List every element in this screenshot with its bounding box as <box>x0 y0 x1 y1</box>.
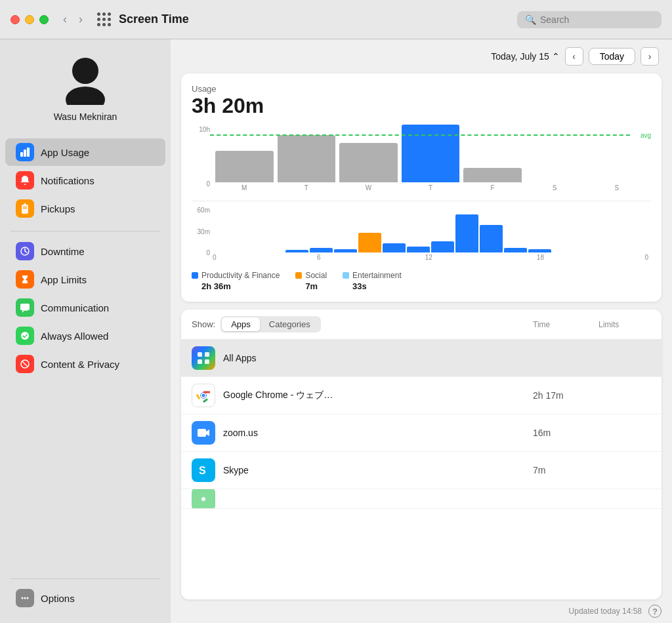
svg-point-11 <box>21 332 29 340</box>
chart-card: Usage 3h 20m 10h 0 avg M <box>181 73 662 302</box>
status-bar: Updated today 14:58 ? <box>171 599 672 623</box>
svg-line-13 <box>22 361 28 367</box>
chart-y-min: 0 <box>192 180 210 188</box>
sidebar-item-downtime[interactable]: Downtime <box>5 237 165 265</box>
app-row-chrome[interactable]: Google Chrome - ウェブ… 2h 17m <box>181 377 662 414</box>
svg-rect-5 <box>22 205 28 214</box>
hourglass-icon <box>16 270 34 289</box>
forward-button[interactable]: › <box>75 11 87 28</box>
titlebar: ‹ › Screen Time 🔍 <box>0 0 672 39</box>
avatar <box>59 52 112 105</box>
sidebar-item-always-allowed[interactable]: Always Allowed <box>5 322 165 350</box>
col-header-limits: Limits <box>598 320 651 329</box>
app-time-skype: 7m <box>533 465 598 475</box>
status-text: Updated today 14:58 <box>569 607 642 616</box>
bar-W: W <box>339 143 398 191</box>
sidebar-item-content-privacy[interactable]: Content & Privacy <box>5 350 165 378</box>
apps-grid-icon[interactable] <box>97 12 111 26</box>
svg-rect-17 <box>198 352 202 357</box>
svg-point-15 <box>24 597 26 599</box>
svg-rect-3 <box>24 150 26 157</box>
svg-rect-10 <box>20 304 30 310</box>
svg-text:S: S <box>199 465 206 476</box>
close-button[interactable] <box>10 15 20 24</box>
hourly-y-60: 60m <box>192 207 210 214</box>
chart-icon <box>16 143 34 161</box>
svg-rect-19 <box>198 359 202 364</box>
date-bar: Today, July 15 ⌃ ‹ Today › <box>171 39 672 73</box>
downtime-icon <box>16 242 34 260</box>
sidebar-item-label: Communication <box>41 302 109 313</box>
next-date-button[interactable]: › <box>640 47 659 66</box>
weekly-chart: avg M T W <box>210 126 651 198</box>
avg-label: avg <box>640 132 651 139</box>
sidebar-item-app-limits[interactable]: App Limits <box>5 266 165 293</box>
date-label: Today, July 15 ⌃ <box>491 51 559 62</box>
user-name: Wasu Mekniran <box>54 111 117 122</box>
sidebar-item-app-usage[interactable]: App Usage <box>5 138 165 166</box>
col-header-time: Time <box>533 320 598 329</box>
options-icon <box>16 589 34 607</box>
app-row-all-apps[interactable]: All Apps <box>181 340 662 377</box>
svg-point-8 <box>24 203 26 205</box>
svg-point-24 <box>202 394 205 397</box>
svg-rect-25 <box>198 429 206 437</box>
maximize-button[interactable] <box>39 15 49 24</box>
hourly-y-30: 30m <box>192 228 210 235</box>
sidebar-item-label: Notifications <box>41 175 94 186</box>
app-time-chrome: 2h 17m <box>533 390 598 401</box>
sidebar-item-communication[interactable]: Communication <box>5 294 165 321</box>
today-button[interactable]: Today <box>589 48 635 65</box>
hourly-y-0: 0 <box>192 249 210 256</box>
skype-icon: S <box>192 458 215 482</box>
app-list-card: Show: Apps Categories Time Limits <box>181 310 662 599</box>
bar-S1: S <box>526 182 584 191</box>
minimize-button[interactable] <box>25 15 34 24</box>
app-row-skype[interactable]: S Skype 7m <box>181 452 662 489</box>
bar-S2: S <box>587 182 646 191</box>
bar-F: F <box>463 168 522 191</box>
avatar-section: Wasu Mekniran <box>0 52 171 122</box>
sidebar-group-1: App Usage Notifications Pickups <box>0 138 171 223</box>
hourly-chart: 0 6 12 18 0 <box>210 207 651 266</box>
search-box[interactable]: 🔍 <box>517 11 662 28</box>
app-row-more[interactable] <box>181 489 662 509</box>
tab-apps[interactable]: Apps <box>222 317 260 331</box>
main-layout: Wasu Mekniran App Usage Notifications Pi… <box>0 39 672 623</box>
pickup-icon <box>16 199 34 218</box>
traffic-lights <box>10 15 49 24</box>
show-bar: Show: Apps Categories Time Limits <box>181 310 662 340</box>
sidebar-item-label: Options <box>41 593 75 604</box>
app-row-zoom[interactable]: zoom.us 16m <box>181 414 662 452</box>
bar-T1: T <box>278 135 336 191</box>
help-button[interactable]: ? <box>648 605 662 618</box>
back-button[interactable]: ‹ <box>59 11 71 28</box>
show-tabs: Apps Categories <box>220 316 321 332</box>
prev-date-button[interactable]: ‹ <box>565 47 583 66</box>
app-time-zoom: 16m <box>533 428 598 438</box>
tab-categories[interactable]: Categories <box>260 317 320 331</box>
svg-point-16 <box>27 597 29 599</box>
message-icon <box>16 298 34 317</box>
app-name-zoom: zoom.us <box>223 428 533 438</box>
sidebar-item-options[interactable]: Options <box>5 584 165 612</box>
search-icon: 🔍 <box>525 14 536 25</box>
search-input[interactable] <box>540 14 654 25</box>
svg-point-14 <box>22 597 24 599</box>
svg-marker-26 <box>206 430 209 436</box>
sidebar-item-label: Pickups <box>41 203 75 214</box>
sidebar-divider <box>10 231 160 231</box>
all-apps-icon <box>192 346 215 370</box>
show-label: Show: <box>192 319 215 329</box>
svg-rect-4 <box>27 148 30 157</box>
sidebar-item-label: App Usage <box>41 147 89 158</box>
content-area: Today, July 15 ⌃ ‹ Today › Usage 3h 20m … <box>171 39 672 623</box>
sidebar-item-label: Downtime <box>41 246 85 257</box>
sidebar-group-2: Downtime App Limits Communication Always… <box>0 237 171 378</box>
legend-dot-entertainment <box>343 272 349 279</box>
usage-label: Usage <box>192 84 651 94</box>
svg-point-1 <box>66 87 105 105</box>
sidebar-item-notifications[interactable]: Notifications <box>5 167 165 194</box>
sidebar-item-pickups[interactable]: Pickups <box>5 195 165 222</box>
app-name-skype: Skype <box>223 465 533 475</box>
